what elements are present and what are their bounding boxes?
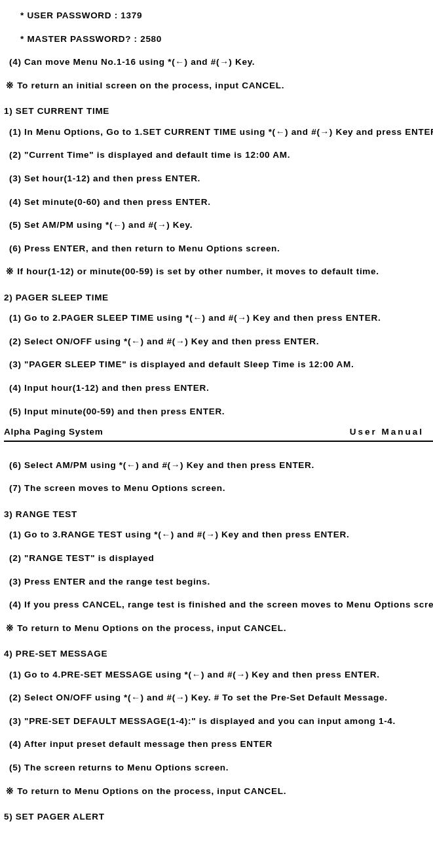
s3-step-1: (1) Go to 3.RANGE TEST using *(←) and #(… [4,523,433,547]
s2-step-3: (3) "PAGER SLEEP TIME" is displayed and … [4,353,433,376]
s2-step-5: (5) Input minute(00-59) and then press E… [4,400,433,424]
heading-preset-message: 4) PRE-SET MESSAGE [4,640,433,663]
password-user: * USER PASSWORD : 1379 [4,4,433,27]
s2-step-2: (2) Select ON/OFF using *(←) and #(→) Ke… [4,330,433,353]
s3-step-3: (3) Press ENTER and the range test begin… [4,570,433,594]
s1-note: ※ If hour(1-12) or minute(00-59) is set … [4,260,433,283]
heading-set-pager-alert: 5) SET PAGER ALERT [4,803,433,826]
note-cancel-initial: ※ To return an initial screen on the pro… [4,74,433,98]
s3-step-4: (4) If you press CANCEL, range test is f… [4,593,433,617]
s4-note: ※ To return to Menu Options on the proce… [4,780,433,803]
page-footer: Alpha Paging System User Manual [4,425,433,442]
footer-right: User Manual [350,425,433,439]
heading-range-test: 3) RANGE TEST [4,500,433,524]
s3-step-2: (2) "RANGE TEST" is displayed [4,547,433,570]
heading-pager-sleep-time: 2) PAGER SLEEP TIME [4,283,433,307]
s1-step-2: (2) "Current Time" is displayed and defa… [4,143,433,167]
password-master: * MASTER PASSWORD? : 2580 [4,27,433,51]
s3-note: ※ To return to Menu Options on the proce… [4,617,433,640]
s4-step-5: (5) The screen returns to Menu Options s… [4,756,433,780]
s2-step-6: (6) Select AM/PM using *(←) and #(→) Key… [4,454,433,477]
s4-step-4: (4) After input preset default message t… [4,732,433,756]
nav-hint-4: (4) Can move Menu No.1-16 using *(←) and… [4,50,433,74]
s1-step-3: (3) Set hour(1-12) and then press ENTER. [4,167,433,190]
s1-step-6: (6) Press ENTER, and then return to Menu… [4,237,433,261]
heading-set-current-time: 1) SET CURRENT TIME [4,97,433,120]
s2-step-1: (1) Go to 2.PAGER SLEEP TIME using *(←) … [4,306,433,330]
footer-left: Alpha Paging System [4,425,103,439]
s4-step-1: (1) Go to 4.PRE-SET MESSAGE using *(←) a… [4,663,433,687]
s1-step-1: (1) In Menu Options, Go to 1.SET CURRENT… [4,120,433,144]
s4-step-2: (2) Select ON/OFF using *(←) and #(→) Ke… [4,686,433,710]
s1-step-4: (4) Set minute(0-60) and then press ENTE… [4,190,433,214]
s4-step-3: (3) "PRE-SET DEFAULT MESSAGE(1-4):" is d… [4,710,433,733]
s1-step-5: (5) Set AM/PM using *(←) and #(→) Key. [4,213,433,237]
s2-step-4: (4) Input hour(1-12) and then press ENTE… [4,376,433,400]
s2-step-7: (7) The screen moves to Menu Options scr… [4,477,433,500]
